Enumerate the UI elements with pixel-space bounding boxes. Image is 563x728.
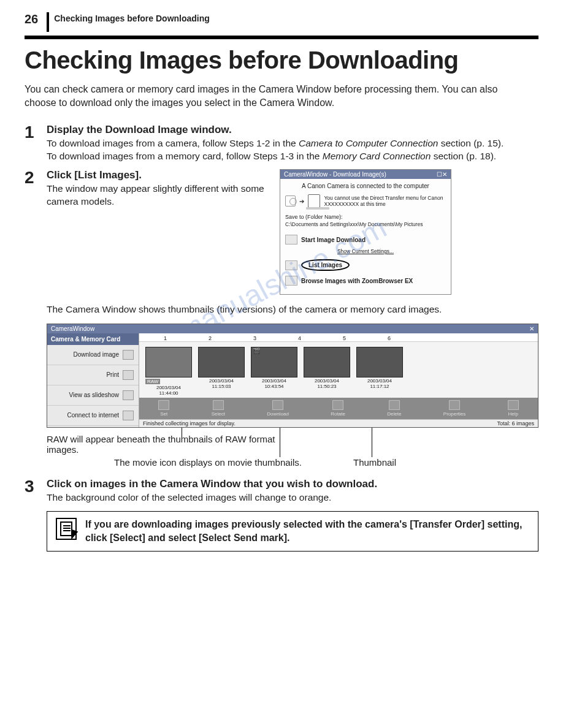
step-1-tail-a: section (p. 15). — [438, 138, 504, 148]
page-number: 26 — [25, 12, 38, 26]
step-number: 2 — [25, 169, 47, 186]
properties-icon — [449, 400, 460, 410]
step-3-title: Click on images in the Camera Window tha… — [47, 478, 538, 490]
step-2-text: The window may appear slightly different… — [47, 183, 267, 208]
step-1-text: To download images from a camera, follow… — [47, 137, 538, 163]
annotation-raw: RAW will appear beneath the thumbnails o… — [47, 434, 280, 455]
save-to-path: C:\Documents and Settings\xxx\My Documen… — [285, 221, 446, 227]
thumbnail-image — [356, 347, 403, 377]
sidebar-internet: Connect to internet — [47, 406, 139, 426]
tool-delete: Delete — [387, 400, 401, 417]
browse-icon — [285, 276, 297, 286]
tool-help: Help — [508, 400, 519, 417]
dialog-titlebar: CameraWindow - Download Image(s) ☐✕ — [280, 170, 451, 179]
start-download-label: Start Image Download — [301, 237, 366, 243]
show-settings-link: Show Current Settings... — [285, 248, 446, 254]
intro-paragraph: You can check camera or memory card imag… — [25, 83, 515, 109]
after-figure-text: The Camera Window shows thumbnails (tiny… — [47, 303, 538, 316]
annotation-movie: The movie icon displays on movie thumbna… — [114, 457, 302, 468]
step-3-text: The background color of the selected ima… — [47, 491, 538, 504]
tool-rotate: Rotate — [331, 400, 345, 417]
status-left: Finished collecting images for display. — [143, 420, 236, 427]
tool-set: Set — [158, 400, 169, 417]
sidebar-download: Download image — [47, 345, 139, 365]
ruler-tick: 1 — [164, 335, 167, 341]
ruler-tick: 2 — [209, 335, 212, 341]
callout-line — [280, 428, 280, 457]
download-icon — [285, 235, 297, 245]
set-icon — [158, 400, 169, 410]
running-head: Checking Images before Downloading — [54, 12, 210, 23]
page-title: Checking Images before Downloading — [25, 47, 538, 74]
start-download-action: Start Image Download — [285, 232, 446, 247]
step-number: 3 — [25, 478, 47, 495]
dialog-title: CameraWindow - Download Image(s) — [284, 171, 386, 178]
window-controls-icon: ☐✕ — [437, 171, 447, 178]
step-3: 3 Click on images in the Camera Window t… — [25, 478, 538, 504]
laptop-icon — [308, 194, 321, 208]
step-2: 2 Click [List Images]. The window may ap… — [25, 169, 538, 295]
sidebar-print: Print — [47, 365, 139, 385]
thumbnail-date: 2003/03/0411:50:23 — [304, 379, 350, 390]
list-images-ellipse: List Images — [301, 259, 350, 271]
thumbnail-date: 2003/03/0411:44:00 — [145, 385, 192, 396]
ruler-tick: 3 — [253, 335, 256, 341]
tool-label: Properties — [443, 411, 465, 417]
ruler-tick: 6 — [388, 335, 391, 341]
step-1: 1 Display the Download Image window. To … — [25, 124, 538, 163]
step-1-tail-b: section (p. 18). — [431, 151, 496, 161]
thick-rule — [25, 36, 538, 39]
list-icon — [285, 260, 297, 270]
thumbnail: 2003/03/0411:15:03 — [198, 347, 245, 396]
ruler-tick: 4 — [298, 335, 301, 341]
help-icon — [508, 400, 519, 410]
tool-label: Set — [160, 411, 167, 417]
step-1-em-a: Camera to Computer Connection — [299, 138, 438, 148]
thumbnail: RAW 2003/03/0411:44:00 — [145, 347, 192, 396]
thumbnail-strip: RAW 2003/03/0411:44:00 2003/03/0411:15:0… — [139, 342, 538, 398]
movie-icon: 🎬 — [251, 346, 261, 355]
thumbnail: 2003/03/0411:50:23 — [304, 347, 350, 396]
note-box: If you are downloading images previously… — [47, 511, 538, 551]
internet-icon — [123, 411, 134, 420]
sidebar-slideshow: View as slideshow — [47, 385, 139, 406]
tool-label: Delete — [387, 411, 401, 417]
thumbnail: 🎬 2003/03/0410:43:54 — [251, 347, 297, 396]
sidebar-item-label: Print — [106, 371, 119, 378]
rotate-icon — [332, 400, 343, 410]
raw-badge: RAW — [145, 379, 160, 384]
thumb-titlebar: CameraWindow ✕ — [47, 324, 538, 333]
browse-label: Browse Images with ZoomBrowser EX — [301, 278, 413, 284]
tool-label: Rotate — [331, 411, 345, 417]
sidebar-tab: Camera & Memory Card — [47, 333, 139, 345]
annotation-thumbnail: Thumbnail — [353, 457, 396, 468]
delete-icon — [389, 400, 400, 410]
thumbnail-image — [145, 347, 192, 377]
slideshow-icon — [123, 390, 134, 400]
close-icon: ✕ — [529, 325, 534, 332]
tool-label: Help — [508, 411, 518, 417]
thumbnail-image — [198, 347, 245, 377]
step-1-title: Display the Download Image window. — [47, 124, 538, 136]
camera-icon — [285, 195, 296, 207]
download-icon — [272, 400, 283, 410]
figure-annotations: RAW will appear beneath the thumbnails o… — [47, 428, 538, 471]
step-2-title: Click [List Images]. — [47, 169, 267, 181]
note-icon — [56, 518, 77, 540]
arrow-icon: ➔ — [299, 198, 304, 205]
tool-select: Select — [212, 400, 225, 417]
connected-message: A Canon Camera is connected to the compu… — [285, 183, 446, 189]
tool-label: Download — [267, 411, 289, 417]
thumbnail-date: 2003/03/0411:15:03 — [198, 379, 245, 390]
transfer-text: You cannot use the Direct Transfer menu … — [324, 195, 446, 207]
page-header: 26 Checking Images before Downloading — [25, 12, 538, 32]
save-to-label: Save to (Folder Name): — [285, 214, 446, 220]
sidebar-item-label: Download image — [74, 351, 120, 358]
thumb-sidebar: Camera & Memory Card Download image Prin… — [47, 333, 139, 427]
thumb-ruler: 1 2 3 4 5 6 — [139, 333, 538, 342]
tool-label: Select — [212, 411, 225, 417]
ruler-tick: 5 — [343, 335, 346, 341]
camerawindow-dialog-figure: CameraWindow - Download Image(s) ☐✕ A Ca… — [280, 169, 451, 295]
tool-download: Download — [267, 400, 289, 417]
thumbnail-date: 2003/03/0410:43:54 — [251, 379, 297, 390]
